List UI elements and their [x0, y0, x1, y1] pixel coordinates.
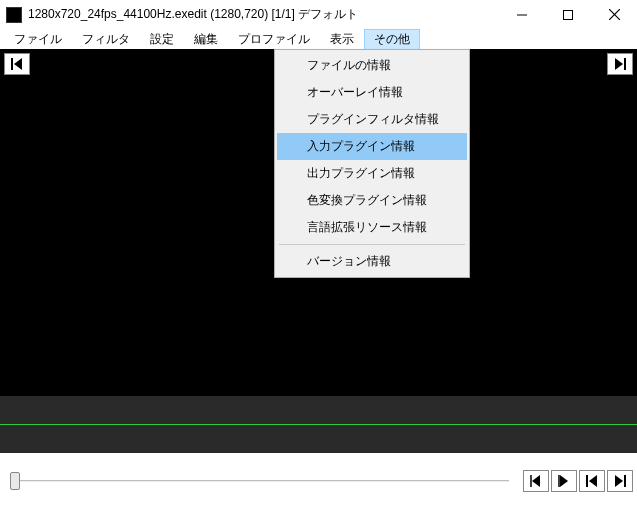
- dd-file-info[interactable]: ファイルの情報: [277, 52, 467, 79]
- bottom-bar: [0, 453, 637, 505]
- svg-marker-8: [532, 475, 540, 487]
- go-start-button[interactable]: [579, 470, 605, 492]
- dd-version-info[interactable]: バージョン情報: [277, 248, 467, 275]
- go-end-button[interactable]: [607, 470, 633, 492]
- app-icon: [6, 7, 22, 23]
- menu-settings[interactable]: 設定: [140, 29, 184, 50]
- svg-marker-13: [589, 475, 597, 487]
- menu-filter[interactable]: フィルタ: [72, 29, 140, 50]
- seek-slider[interactable]: [10, 470, 513, 492]
- menu-profile[interactable]: プロファイル: [228, 29, 320, 50]
- svg-marker-5: [14, 58, 22, 70]
- dd-color-plugin-info[interactable]: 色変換プラグイン情報: [277, 187, 467, 214]
- menu-edit[interactable]: 編集: [184, 29, 228, 50]
- prev-frame-button[interactable]: [523, 470, 549, 492]
- dd-plugin-filter-info[interactable]: プラグインフィルタ情報: [277, 106, 467, 133]
- nav-first-button[interactable]: [4, 53, 30, 75]
- menu-bar: ファイル フィルタ 設定 編集 プロファイル 表示 その他: [0, 29, 637, 49]
- next-frame-button[interactable]: [551, 470, 577, 492]
- dd-overlay-info[interactable]: オーバーレイ情報: [277, 79, 467, 106]
- transport-controls: [523, 470, 633, 492]
- other-menu-dropdown: ファイルの情報 オーバーレイ情報 プラグインフィルタ情報 入力プラグイン情報 出…: [274, 49, 470, 278]
- dd-lang-resource-info[interactable]: 言語拡張リソース情報: [277, 214, 467, 241]
- timeline-strip: [0, 395, 637, 453]
- workspace: ファイルの情報 オーバーレイ情報 プラグインフィルタ情報 入力プラグイン情報 出…: [0, 49, 637, 395]
- timeline-marker-line: [0, 424, 637, 425]
- nav-last-button[interactable]: [607, 53, 633, 75]
- minimize-button[interactable]: [499, 0, 545, 29]
- seek-track: [14, 480, 509, 483]
- close-button[interactable]: [591, 0, 637, 29]
- window-controls: [499, 0, 637, 29]
- menu-other[interactable]: その他: [364, 29, 420, 50]
- title-bar: 1280x720_24fps_44100Hz.exedit (1280,720)…: [0, 0, 637, 29]
- svg-marker-11: [560, 475, 568, 487]
- seek-thumb[interactable]: [10, 472, 20, 490]
- dd-input-plugin-info[interactable]: 入力プラグイン情報: [277, 133, 467, 160]
- dd-separator: [279, 244, 465, 245]
- svg-marker-6: [615, 58, 623, 70]
- dd-output-plugin-info[interactable]: 出力プラグイン情報: [277, 160, 467, 187]
- maximize-button[interactable]: [545, 0, 591, 29]
- menu-display[interactable]: 表示: [320, 29, 364, 50]
- window-title: 1280x720_24fps_44100Hz.exedit (1280,720)…: [28, 6, 499, 23]
- menu-file[interactable]: ファイル: [4, 29, 72, 50]
- svg-rect-1: [564, 10, 573, 19]
- svg-marker-14: [615, 475, 623, 487]
